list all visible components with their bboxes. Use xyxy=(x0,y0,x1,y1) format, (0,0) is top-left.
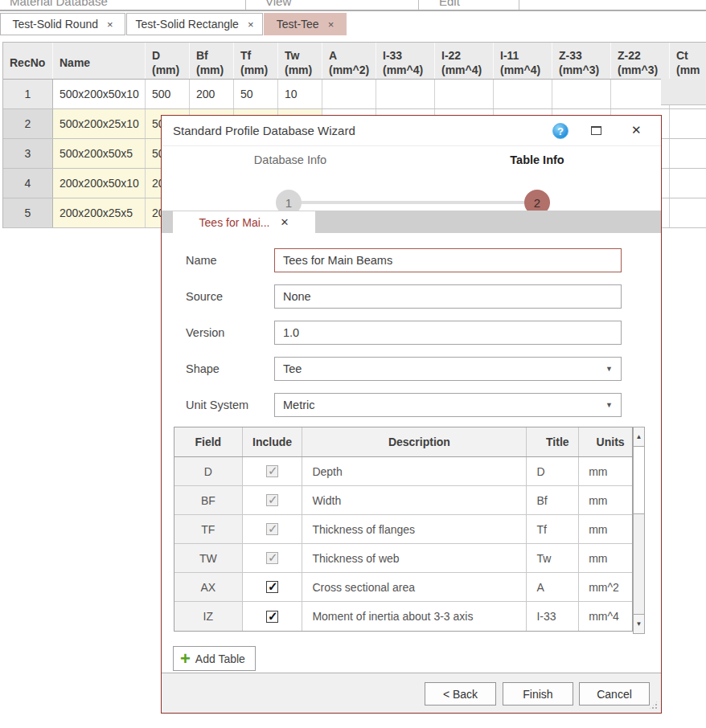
finish-button[interactable]: Finish xyxy=(503,682,573,706)
shape-select[interactable]: Tee ▼ xyxy=(274,357,622,381)
menu-item-edit[interactable]: Edit xyxy=(439,0,460,8)
description-cell[interactable]: Thickness of web xyxy=(302,544,527,572)
header-title: Title xyxy=(527,427,579,456)
column-header-i22[interactable]: I-22(mm^4) xyxy=(435,43,494,79)
dialog-footer: < Back Finish Cancel xyxy=(162,673,661,713)
include-checkbox[interactable] xyxy=(266,581,278,593)
include-checkbox[interactable] xyxy=(266,552,278,564)
tf-cell[interactable]: 50 xyxy=(234,80,278,108)
title-cell[interactable]: A xyxy=(527,573,579,601)
title-cell[interactable]: Tw xyxy=(527,544,579,572)
column-header-recno[interactable]: RecNo xyxy=(3,43,53,79)
i22-cell[interactable] xyxy=(435,80,494,108)
scroll-up-icon[interactable]: ▲ xyxy=(634,427,644,447)
field-table: Field Include Description Title Units D … xyxy=(174,427,633,632)
back-button[interactable]: < Back xyxy=(425,682,496,706)
tab-close-icon[interactable]: ✕ xyxy=(281,216,289,228)
tab-test-tee[interactable]: Test-Tee × xyxy=(264,13,347,35)
menu-item-view[interactable]: View xyxy=(265,0,291,8)
scroll-down-icon[interactable]: ▼ xyxy=(634,614,644,633)
units-cell[interactable]: mm xyxy=(579,457,632,485)
column-header-ct[interactable]: Ct(mm xyxy=(670,43,706,79)
tw-cell[interactable]: 10 xyxy=(278,80,322,108)
description-cell[interactable]: Cross sectional area xyxy=(302,573,527,601)
units-cell[interactable]: mm xyxy=(579,486,632,514)
ct-cell[interactable] xyxy=(670,139,706,168)
a-cell[interactable] xyxy=(322,80,376,108)
tab-close-icon[interactable]: × xyxy=(328,18,335,31)
title-cell[interactable]: Tf xyxy=(527,515,579,543)
field-table-row: TF Thickness of flanges Tf mm xyxy=(174,515,632,544)
dialog-title-bar[interactable]: Standard Profile Database Wizard ? ✕ xyxy=(162,116,661,146)
tab-label: Test-Solid Rectangle xyxy=(136,18,239,31)
include-checkbox[interactable] xyxy=(266,494,278,506)
cancel-button[interactable]: Cancel xyxy=(579,682,650,706)
column-header-z22[interactable]: Z-22(mm^3) xyxy=(611,43,670,79)
add-table-button[interactable]: + Add Table xyxy=(173,646,256,671)
units-cell[interactable]: mm^4 xyxy=(579,602,632,631)
ct-cell[interactable] xyxy=(670,169,706,198)
units-cell[interactable]: mm^2 xyxy=(579,573,632,601)
tab-tees-for-main-beams[interactable]: Tees for Mai... ✕ xyxy=(173,211,315,233)
field-table-row: BF Width Bf mm xyxy=(174,486,632,515)
name-field[interactable] xyxy=(274,248,622,272)
name-cell[interactable]: 500x200x50x5 xyxy=(53,139,146,168)
d-cell[interactable]: 500 xyxy=(146,80,190,108)
scrollbar-thumb[interactable] xyxy=(634,447,644,514)
include-cell xyxy=(243,515,303,543)
recno-cell[interactable]: 3 xyxy=(3,139,53,168)
menu-item-material-database[interactable]: Material Database xyxy=(10,0,108,8)
title-cell[interactable]: D xyxy=(527,457,579,485)
column-header-tf[interactable]: Tf(mm) xyxy=(234,43,278,79)
standard-profile-database-wizard-dialog: Standard Profile Database Wizard ? ✕ Dat… xyxy=(161,115,662,714)
description-cell[interactable]: Depth xyxy=(302,457,527,485)
recno-cell[interactable]: 4 xyxy=(3,169,53,198)
units-cell[interactable]: mm xyxy=(579,515,632,543)
include-checkbox[interactable] xyxy=(266,611,278,623)
column-header-name[interactable]: Name xyxy=(53,43,146,79)
column-header-a[interactable]: A(mm^2) xyxy=(322,43,376,79)
maximize-icon[interactable] xyxy=(591,126,601,135)
units-cell[interactable]: mm xyxy=(579,544,632,572)
title-cell[interactable]: Bf xyxy=(527,486,579,514)
bf-cell[interactable]: 200 xyxy=(190,80,234,108)
i33-cell[interactable] xyxy=(376,80,435,108)
source-field[interactable] xyxy=(274,284,622,309)
unit-system-select[interactable]: Metric ▼ xyxy=(274,393,622,417)
column-header-tw[interactable]: Tw(mm) xyxy=(278,43,322,79)
name-cell[interactable]: 200x200x25x5 xyxy=(53,198,146,227)
include-cell xyxy=(243,602,303,631)
column-header-i33[interactable]: I-33(mm^4) xyxy=(376,43,435,79)
tab-close-icon[interactable]: × xyxy=(248,18,254,31)
include-checkbox[interactable] xyxy=(266,523,278,535)
help-icon[interactable]: ? xyxy=(552,123,568,139)
name-cell[interactable]: 200x200x50x10 xyxy=(53,169,146,198)
title-cell[interactable]: I-33 xyxy=(527,602,579,631)
column-header-bf[interactable]: Bf(mm) xyxy=(190,43,234,79)
version-field[interactable] xyxy=(274,321,622,345)
recno-cell[interactable]: 2 xyxy=(3,109,53,138)
recno-cell[interactable]: 5 xyxy=(3,198,53,227)
tab-test-solid-round[interactable]: Test-Solid Round × xyxy=(0,13,125,35)
ct-cell[interactable] xyxy=(670,198,706,227)
i11-cell[interactable] xyxy=(494,80,552,108)
dropdown-arrow-icon: ▼ xyxy=(605,365,613,373)
description-cell[interactable]: Width xyxy=(302,486,527,514)
close-icon[interactable]: ✕ xyxy=(631,123,642,137)
field-table-scrollbar[interactable]: ▲ ▼ xyxy=(633,427,645,634)
include-checkbox[interactable] xyxy=(266,465,278,477)
header-units: Units xyxy=(579,427,632,456)
column-header-d[interactable]: D(mm) xyxy=(146,43,190,79)
column-header-i11[interactable]: I-11(mm^4) xyxy=(494,43,552,79)
tab-test-solid-rectangle[interactable]: Test-Solid Rectangle × xyxy=(126,13,263,35)
column-header-z33[interactable]: Z-33(mm^3) xyxy=(552,43,611,79)
description-cell[interactable]: Moment of inertia about 3-3 axis xyxy=(302,602,527,631)
version-label: Version xyxy=(186,321,224,345)
name-cell[interactable]: 500x200x50x10 xyxy=(53,80,146,108)
name-cell[interactable]: 500x200x25x10 xyxy=(53,109,146,138)
z33-cell[interactable] xyxy=(552,80,611,108)
ct-cell[interactable] xyxy=(670,109,706,138)
tab-close-icon[interactable]: × xyxy=(107,18,113,31)
recno-cell[interactable]: 1 xyxy=(3,80,53,108)
description-cell[interactable]: Thickness of flanges xyxy=(302,515,527,543)
